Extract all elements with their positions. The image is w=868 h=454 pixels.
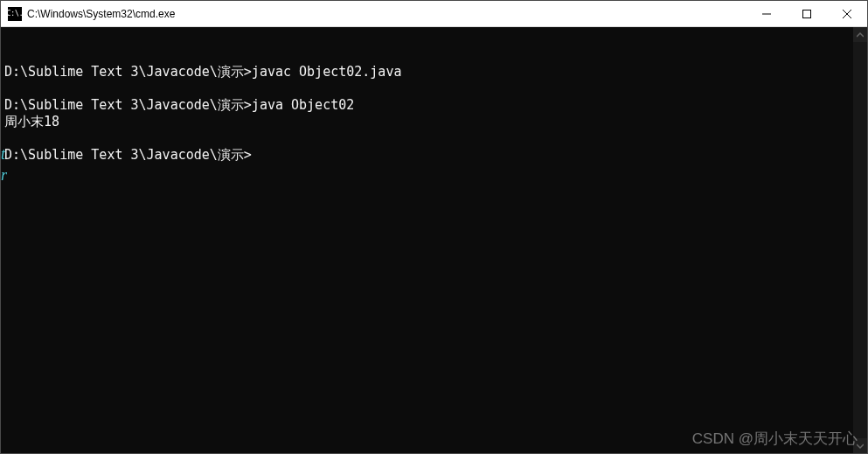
- titlebar[interactable]: C:\. C:\Windows\System32\cmd.exe: [1, 1, 867, 27]
- minimize-button[interactable]: [746, 1, 787, 26]
- console-output[interactable]: D:\Sublime Text 3\Javacode\演示>javac Obje…: [1, 27, 853, 453]
- maximize-icon: [802, 10, 811, 18]
- console-line: D:\Sublime Text 3\Javacode\演示>javac Obje…: [4, 64, 401, 80]
- cmd-icon: C:\.: [8, 7, 22, 21]
- vertical-scrollbar[interactable]: [853, 27, 867, 453]
- maximize-button[interactable]: [787, 1, 827, 26]
- chevron-down-icon: [857, 443, 864, 450]
- close-icon: [843, 10, 851, 18]
- scroll-down-button[interactable]: [853, 438, 867, 453]
- console-line: 周小末18: [4, 114, 59, 129]
- console-area: D:\Sublime Text 3\Javacode\演示>javac Obje…: [1, 27, 867, 453]
- window-controls: [746, 1, 867, 26]
- svg-rect-1: [803, 10, 811, 17]
- console-line: D:\Sublime Text 3\Javacode\演示>: [4, 147, 252, 163]
- console-line: D:\Sublime Text 3\Javacode\演示>java Objec…: [4, 97, 354, 113]
- close-button[interactable]: [827, 1, 867, 26]
- minimize-icon: [762, 10, 771, 18]
- overlay-char-r: r: [1, 167, 7, 184]
- scroll-up-button[interactable]: [853, 27, 867, 42]
- chevron-up-icon: [857, 31, 864, 38]
- overlay-char-t: t: [1, 146, 5, 163]
- cmd-window: C:\. C:\Windows\System32\cmd.exe D:\Subl…: [0, 0, 868, 454]
- window-title: C:\Windows\System32\cmd.exe: [27, 8, 746, 20]
- cmd-icon-text: C:\.: [6, 10, 23, 17]
